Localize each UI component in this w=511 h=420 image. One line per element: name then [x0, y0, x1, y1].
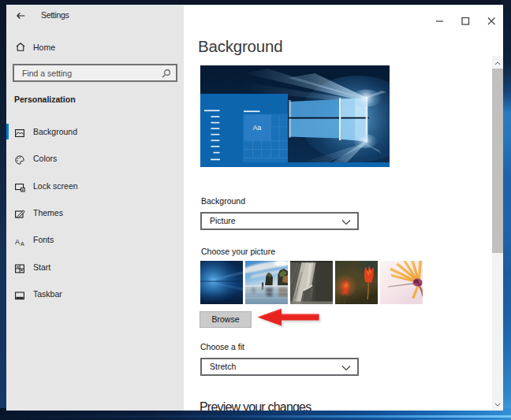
svg-text:A: A — [15, 238, 20, 246]
svg-text:Aa: Aa — [253, 124, 262, 132]
svg-text:A: A — [21, 241, 24, 247]
